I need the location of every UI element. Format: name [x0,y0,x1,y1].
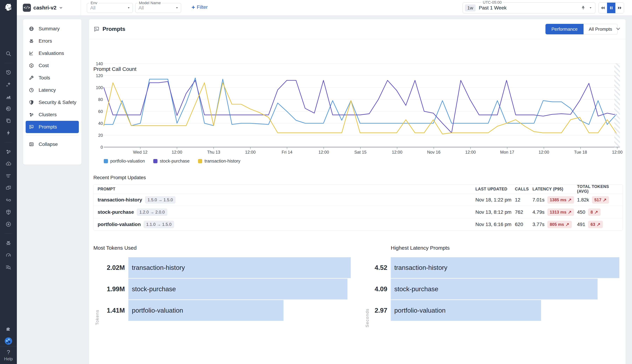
security-icon[interactable] [5,209,12,215]
legend-item[interactable]: stock-purchase [153,158,190,164]
sidebar-item-latency[interactable]: Latency [26,84,79,96]
calls-cell: 762 [515,209,532,215]
x-axis-tick-label: 12:00 [386,150,408,155]
bar[interactable]: portfolio-valuation [391,300,541,321]
code-app-icon: </> [23,4,31,12]
avatar[interactable] [5,337,12,345]
tokens-trend-badge[interactable]: 63↗ [588,221,603,228]
legend-label: stock-purchase [160,158,190,164]
column-header[interactable]: PROMPT [98,187,475,192]
help-button[interactable]: ? Help [0,346,17,364]
tokens-trend-badge[interactable]: 517↗ [592,196,609,204]
legend-item[interactable]: transaction-history [198,158,240,164]
datadog-logo[interactable] [0,0,17,16]
add-filter-button[interactable]: + Filter [191,4,208,10]
tab-performance[interactable]: Performance [545,24,583,34]
table-row[interactable]: transaction-history1.5.0 → 1.5.0Nov 18, … [93,194,623,206]
sidebar-item-tools[interactable]: Tools [26,72,79,84]
panel-title-text: Prompts [103,26,125,32]
y-axis-tick-label: 20 [92,133,103,138]
scroll-gutter[interactable] [626,16,632,364]
x-axis-tick-label: Fri 14 [276,150,298,155]
bar-category-label: stock-purchase [132,286,176,293]
gauge-icon[interactable] [5,252,12,258]
sidebar-collapse-button[interactable]: Collapse [26,138,79,150]
bar[interactable]: transaction-history [391,257,619,278]
x-axis-tick-label: 12:00 [239,150,262,155]
latency-trend-badge[interactable]: 1313 ms↗ [547,208,574,216]
column-header[interactable]: CALLS [515,187,532,192]
bar-value-label: 4.09 [353,286,391,293]
env-select[interactable]: Env All [87,3,133,13]
fast-forward-button[interactable] [615,3,624,13]
synthetics-icon[interactable] [5,197,12,203]
llm-observability-icon[interactable] [5,221,12,228]
log-search-icon[interactable] [5,264,12,270]
history-icon[interactable] [5,69,12,76]
chart-legend: portfolio-valuationstock-purchasetransac… [104,158,240,164]
page-background: SummaryErrorsEvaluations$CostToolsLatenc… [17,16,632,364]
metrics-icon[interactable] [5,94,12,100]
sidebar-divider [26,136,79,136]
sidebar-item-clusters[interactable]: Clusters [26,108,79,121]
logs-icon[interactable] [5,173,12,179]
pin-icon[interactable] [581,6,585,10]
latency-trend-badge[interactable]: 1385 ms↗ [547,196,574,204]
bar-row: 1.99Mstock-purchase [91,278,347,300]
bug-icon[interactable] [5,240,12,246]
sidebar-item-security-safety[interactable]: Security & Safety [26,96,79,108]
trend-up-icon: ↗ [596,222,600,227]
bolt-icon[interactable] [5,130,12,136]
layers-icon[interactable] [5,118,12,124]
apm-icon[interactable] [5,106,12,112]
app-selector[interactable]: </> cashri-v2 [23,4,63,12]
caret-down-icon[interactable] [589,7,592,9]
rewind-button[interactable] [599,3,607,13]
legend-swatch [153,159,157,163]
latency-cell: 4.79s1313 ms↗ [532,208,577,216]
line-chart-plot[interactable] [104,61,620,150]
time-range-picker[interactable]: UTC-05:00 1w Past 1 Week [463,2,595,13]
timezone-label: UTC-05:00 [481,0,503,5]
bar-value-label: 1.99M [91,286,128,293]
sidebar-item-evaluations[interactable]: Evaluations [26,47,79,60]
seconds-axis-label: Seconds [365,308,370,327]
search-icon[interactable] [5,50,12,57]
column-header[interactable]: TOTAL TOKENS (AVG) [577,184,618,194]
bar[interactable]: stock-purchase [128,278,347,300]
column-header[interactable]: LATENCY (P95) [532,187,577,192]
panel-collapse-chevron-icon[interactable] [615,26,621,32]
sidebar-item-summary[interactable]: Summary [26,22,79,35]
bar-category-label: transaction-history [394,264,447,272]
column-header[interactable]: LAST UPDATED [475,187,515,192]
pause-button[interactable] [607,3,615,13]
cloud-cost-icon[interactable]: $ [5,160,12,167]
sidebar-item-errors[interactable]: Errors [26,35,79,47]
legend-item[interactable]: portfolio-valuation [104,158,145,164]
containers-icon[interactable] [5,148,12,155]
ux-monitoring-icon[interactable] [5,185,12,191]
incomplete-data-hatch [614,63,620,147]
bar[interactable]: transaction-history [128,257,351,278]
badge-text: 1313 ms [550,210,566,214]
bar-row: 2.97portfolio-valuation [353,300,541,321]
sidebar-item-label: Summary [39,26,60,32]
integrations-icon[interactable] [5,326,12,332]
svg-text:$: $ [8,163,9,165]
bar[interactable]: portfolio-valuation [128,300,284,321]
sidebar-item-cost[interactable]: $Cost [26,60,79,72]
table-row[interactable]: stock-purchase1.2.0 → 2.0.0Nov 13, 8:12 … [93,206,623,218]
prompt-cell: portfolio-valuation1.1.0 → 1.5.0 [98,221,475,228]
model-name-label: Model Name [137,1,162,5]
table-row[interactable]: portfolio-valuation1.1.0 → 1.5.0Nov 13, … [93,218,623,230]
app-name: cashri-v2 [33,5,57,11]
rail-divider [5,234,13,234]
tokens-value: 1.82k [577,197,589,203]
tab-all-prompts[interactable]: All Prompts [583,24,617,34]
bar[interactable]: stock-purchase [391,278,598,300]
sidebar-item-prompts[interactable]: Prompts [26,121,79,133]
latency-trend-badge[interactable]: 805 ms↗ [547,221,572,228]
bits-ai-icon[interactable] [5,81,12,88]
tokens-trend-badge[interactable]: 8↗ [588,208,600,216]
model-name-select[interactable]: Model Name All [135,3,181,13]
